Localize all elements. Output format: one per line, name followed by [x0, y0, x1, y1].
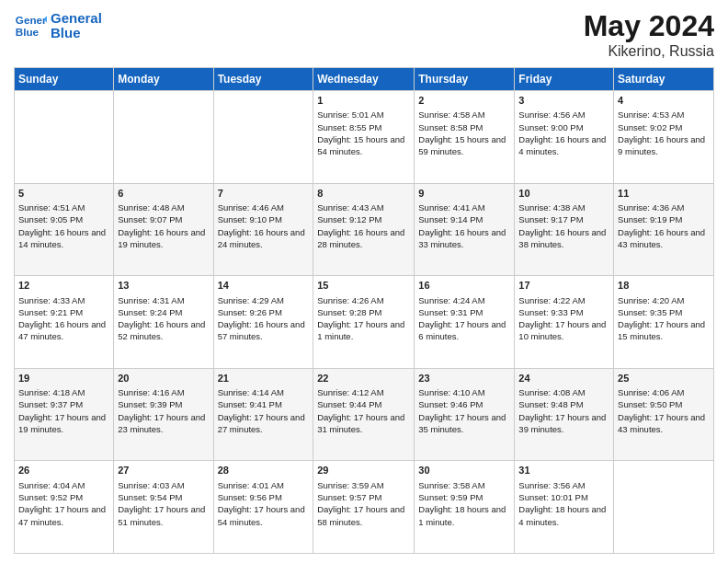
cell-text: Sunrise: 4:04 AM	[18, 479, 109, 491]
calendar-cell: 6Sunrise: 4:48 AMSunset: 9:07 PMDaylight…	[114, 183, 213, 276]
cell-text: Daylight: 17 hours and 39 minutes.	[518, 411, 609, 436]
cell-text: Sunrise: 4:26 AM	[317, 294, 410, 306]
cell-text: Sunrise: 4:43 AM	[317, 201, 410, 213]
cell-text: Sunrise: 4:03 AM	[118, 479, 209, 491]
cell-text: Sunset: 9:19 PM	[618, 213, 710, 225]
cell-text: Daylight: 17 hours and 51 minutes.	[118, 503, 209, 528]
cell-text: Daylight: 17 hours and 6 minutes.	[418, 318, 510, 343]
cell-text: Sunset: 9:05 PM	[18, 213, 109, 225]
calendar-cell: 26Sunrise: 4:04 AMSunset: 9:52 PMDayligh…	[15, 461, 114, 554]
cell-text: Sunset: 10:01 PM	[518, 491, 609, 503]
logo-blue: Blue	[51, 26, 102, 41]
cell-text: Daylight: 16 hours and 28 minutes.	[317, 226, 410, 251]
calendar-cell: 10Sunrise: 4:38 AMSunset: 9:17 PMDayligh…	[515, 183, 614, 276]
day-number: 13	[118, 279, 209, 293]
cell-text: Sunrise: 4:14 AM	[218, 386, 310, 398]
cell-text: Daylight: 17 hours and 15 minutes.	[618, 318, 710, 343]
cell-text: Sunset: 9:26 PM	[218, 306, 310, 318]
calendar-cell	[213, 91, 313, 184]
cell-text: Sunset: 9:35 PM	[618, 306, 710, 318]
day-number: 3	[518, 94, 609, 108]
cell-text: Sunrise: 4:58 AM	[418, 109, 510, 121]
cell-text: Sunset: 9:31 PM	[418, 306, 510, 318]
cell-text: Sunrise: 4:01 AM	[218, 479, 310, 491]
header-day-monday: Monday	[114, 68, 213, 91]
day-number: 16	[418, 279, 510, 293]
week-row-3: 12Sunrise: 4:33 AMSunset: 9:21 PMDayligh…	[15, 276, 714, 369]
calendar-cell: 15Sunrise: 4:26 AMSunset: 9:28 PMDayligh…	[313, 276, 415, 369]
cell-text: Daylight: 17 hours and 43 minutes.	[618, 411, 710, 436]
cell-text: Sunset: 9:21 PM	[18, 306, 109, 318]
cell-text: Sunset: 8:58 PM	[418, 121, 510, 133]
day-number: 30	[418, 464, 510, 477]
cell-text: Daylight: 17 hours and 19 minutes.	[18, 411, 109, 436]
cell-text: Sunrise: 4:41 AM	[418, 201, 510, 213]
header-day-sunday: Sunday	[15, 68, 114, 91]
day-number: 8	[317, 187, 410, 201]
calendar-cell: 20Sunrise: 4:16 AMSunset: 9:39 PMDayligh…	[114, 368, 213, 461]
day-number: 26	[18, 464, 109, 477]
cell-text: Daylight: 16 hours and 43 minutes.	[618, 226, 710, 251]
day-number: 21	[218, 372, 310, 385]
cell-text: Daylight: 16 hours and 57 minutes.	[218, 318, 310, 343]
calendar-cell: 22Sunrise: 4:12 AMSunset: 9:44 PMDayligh…	[313, 368, 415, 461]
calendar-cell: 24Sunrise: 4:08 AMSunset: 9:48 PMDayligh…	[515, 368, 614, 461]
header-day-wednesday: Wednesday	[313, 68, 415, 91]
cell-text: Sunset: 9:14 PM	[418, 213, 510, 225]
header-row: SundayMondayTuesdayWednesdayThursdayFrid…	[15, 68, 714, 91]
cell-text: Sunset: 9:37 PM	[18, 398, 109, 410]
calendar-cell: 9Sunrise: 4:41 AMSunset: 9:14 PMDaylight…	[415, 183, 515, 276]
calendar-cell: 7Sunrise: 4:46 AMSunset: 9:10 PMDaylight…	[213, 183, 313, 276]
day-number: 11	[618, 187, 710, 201]
calendar-cell: 18Sunrise: 4:20 AMSunset: 9:35 PMDayligh…	[614, 276, 714, 369]
cell-text: Sunset: 9:02 PM	[618, 121, 710, 133]
cell-text: Daylight: 16 hours and 4 minutes.	[518, 133, 609, 158]
cell-text: Daylight: 17 hours and 10 minutes.	[518, 318, 609, 343]
cell-text: Daylight: 17 hours and 47 minutes.	[18, 503, 109, 528]
cell-text: Daylight: 16 hours and 24 minutes.	[218, 226, 310, 251]
day-number: 6	[118, 187, 209, 201]
day-number: 12	[18, 279, 109, 293]
cell-text: Daylight: 16 hours and 38 minutes.	[518, 226, 609, 251]
calendar-cell: 17Sunrise: 4:22 AMSunset: 9:33 PMDayligh…	[515, 276, 614, 369]
week-row-1: 1Sunrise: 5:01 AMSunset: 8:55 PMDaylight…	[15, 91, 714, 184]
calendar-cell: 27Sunrise: 4:03 AMSunset: 9:54 PMDayligh…	[114, 461, 213, 554]
day-number: 23	[418, 372, 510, 385]
cell-text: Sunset: 9:50 PM	[618, 398, 710, 410]
cell-text: Sunset: 9:17 PM	[518, 213, 609, 225]
day-number: 5	[18, 187, 109, 201]
day-number: 22	[317, 372, 410, 385]
cell-text: Sunrise: 4:29 AM	[218, 294, 310, 306]
cell-text: Sunrise: 5:01 AM	[317, 109, 410, 121]
day-number: 24	[518, 372, 609, 385]
location: Kikerino, Russia	[584, 43, 714, 60]
cell-text: Sunrise: 4:56 AM	[518, 109, 609, 121]
header-day-thursday: Thursday	[415, 68, 515, 91]
cell-text: Daylight: 17 hours and 1 minute.	[317, 318, 410, 343]
header-day-saturday: Saturday	[614, 68, 714, 91]
cell-text: Sunset: 9:56 PM	[218, 491, 310, 503]
day-number: 2	[418, 94, 510, 108]
cell-text: Sunrise: 4:51 AM	[18, 201, 109, 213]
cell-text: Sunrise: 4:33 AM	[18, 294, 109, 306]
cell-text: Sunset: 9:24 PM	[118, 306, 209, 318]
logo-icon: General Blue	[14, 9, 47, 42]
cell-text: Sunrise: 4:22 AM	[518, 294, 609, 306]
calendar-cell: 29Sunrise: 3:59 AMSunset: 9:57 PMDayligh…	[313, 461, 415, 554]
header-day-friday: Friday	[515, 68, 614, 91]
cell-text: Daylight: 17 hours and 54 minutes.	[218, 503, 310, 528]
cell-text: Sunset: 9:41 PM	[218, 398, 310, 410]
cell-text: Daylight: 17 hours and 58 minutes.	[317, 503, 410, 528]
cell-text: Sunrise: 4:38 AM	[518, 201, 609, 213]
calendar-cell: 12Sunrise: 4:33 AMSunset: 9:21 PMDayligh…	[15, 276, 114, 369]
day-number: 7	[218, 187, 310, 201]
cell-text: Sunset: 9:00 PM	[518, 121, 609, 133]
calendar-cell: 3Sunrise: 4:56 AMSunset: 9:00 PMDaylight…	[515, 91, 614, 184]
cell-text: Daylight: 16 hours and 9 minutes.	[618, 133, 710, 158]
cell-text: Daylight: 16 hours and 47 minutes.	[18, 318, 109, 343]
cell-text: Sunrise: 4:53 AM	[618, 109, 710, 121]
cell-text: Sunset: 9:07 PM	[118, 213, 209, 225]
calendar-cell: 30Sunrise: 3:58 AMSunset: 9:59 PMDayligh…	[415, 461, 515, 554]
cell-text: Sunset: 9:46 PM	[418, 398, 510, 410]
calendar-cell: 28Sunrise: 4:01 AMSunset: 9:56 PMDayligh…	[213, 461, 313, 554]
